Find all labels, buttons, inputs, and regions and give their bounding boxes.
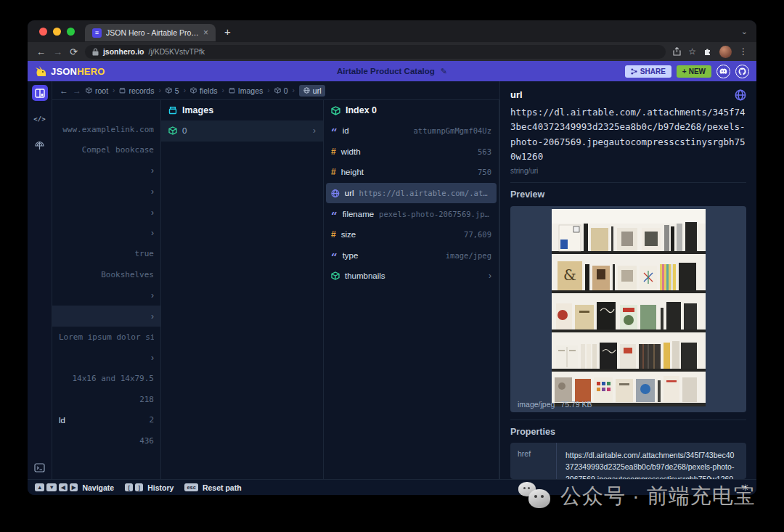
new-button[interactable]: + NEW: [677, 65, 711, 78]
table-row-images-selected[interactable]: ›: [52, 306, 160, 327]
esc-key-icon: esc: [184, 483, 198, 491]
chevron-right-icon: ›: [489, 271, 491, 281]
images-item-0[interactable]: 0 ›: [161, 120, 323, 142]
breadcrumb: ← → root › records › 5 ›: [52, 81, 499, 100]
bracket-right-key-icon: ]: [135, 483, 143, 491]
path-back-icon[interactable]: ←: [60, 86, 68, 96]
zoom-window-button[interactable]: [67, 28, 75, 36]
watermark: 公众号 · 前端充电宝: [518, 482, 756, 511]
preview-image[interactable]: &: [552, 209, 706, 406]
window-controls: [39, 28, 75, 36]
detail-type-label: string/uri: [510, 167, 746, 175]
table-row[interactable]: 436: [52, 430, 160, 451]
browser-menu-icon[interactable]: ⋮: [739, 46, 748, 57]
chevron-right-icon: ›: [151, 166, 154, 175]
breadcrumb-item-url[interactable]: url: [299, 85, 326, 97]
navigate-label: Navigate: [82, 483, 114, 492]
screenshot-stage: ≡ JSON Hero - Airtable Product C × + ⌄ ←…: [0, 0, 784, 532]
chevron-right-icon: ›: [151, 291, 154, 300]
table-row[interactable]: ›: [52, 285, 160, 306]
table-row[interactable]: ›: [52, 223, 160, 244]
bookmark-star-icon[interactable]: ☆: [688, 46, 696, 57]
tree-view-icon[interactable]: [32, 137, 48, 153]
browser-tab[interactable]: ≡ JSON Hero - Airtable Product C ×: [85, 24, 216, 41]
string-icon: “: [331, 255, 338, 260]
field-row-filename[interactable]: “ filename pexels-photo-2067569.jpeg?…: [324, 203, 499, 224]
table-row[interactable]: ›: [52, 348, 160, 369]
browser-window: ≡ JSON Hero - Airtable Product C × + ⌄ ←…: [28, 20, 756, 495]
number-icon: #: [331, 229, 336, 240]
field-row-thumbnails[interactable]: thumbnails ›: [324, 266, 499, 287]
preview-size: 75.79 KB: [560, 400, 592, 409]
object-cube-icon: [331, 271, 340, 280]
share-button[interactable]: SHARE: [625, 65, 671, 78]
field-row-url-selected[interactable]: url https://dl.airtable.com/.attach…: [326, 183, 497, 204]
breadcrumb-item-fields[interactable]: fields: [190, 86, 218, 95]
number-icon: #: [331, 167, 336, 177]
number-icon: #: [331, 147, 336, 157]
breadcrumb-item-5[interactable]: 5: [166, 86, 179, 95]
reset-path-label: Reset path: [203, 483, 242, 492]
profile-avatar[interactable]: [719, 46, 732, 58]
url-omnibox[interactable]: jsonhero.io/j/KD5KVstvTPfk: [85, 45, 666, 59]
string-icon: “: [331, 214, 338, 218]
discord-icon[interactable]: [716, 65, 730, 78]
share-page-icon[interactable]: [673, 47, 681, 56]
field-row-width[interactable]: # width 563: [324, 142, 499, 163]
jsonhero-header: Airtable Product Catalog ✎ JSONHERO SHAR…: [28, 61, 756, 81]
back-icon[interactable]: ←: [36, 46, 46, 57]
url-host: jsonhero.io: [103, 47, 144, 56]
breadcrumb-item-records[interactable]: records: [119, 86, 154, 95]
logo-json-text: JSON: [51, 66, 77, 77]
table-row[interactable]: Lorem ipsum dolor sit am…: [52, 327, 160, 348]
svg-text:&: &: [563, 266, 576, 284]
url-globe-icon: [735, 89, 746, 104]
tab-close-icon[interactable]: ×: [203, 28, 208, 38]
column-view-icon[interactable]: [32, 85, 48, 101]
minimize-window-button[interactable]: [53, 28, 61, 36]
table-row[interactable]: ›: [52, 202, 160, 223]
reload-icon[interactable]: ⟳: [70, 46, 78, 57]
column-view: www.examplelink.com Compel bookcase › › …: [52, 100, 499, 479]
document-title: Airtable Product Catalog: [337, 67, 435, 75]
extensions-puzzle-icon[interactable]: [703, 47, 712, 56]
jsonhero-logo[interactable]: JSONHERO: [35, 65, 105, 77]
table-row[interactable]: 14x16 and 14x79.5: [52, 368, 160, 389]
field-row-size[interactable]: # size 77,609: [324, 224, 499, 245]
images-column-header: Images: [161, 100, 323, 120]
edit-title-icon[interactable]: ✎: [441, 67, 447, 76]
table-row[interactable]: 218: [52, 389, 160, 410]
breadcrumb-item-images[interactable]: Images: [229, 86, 263, 95]
close-window-button[interactable]: [39, 28, 47, 36]
property-value-link[interactable]: https://dl.airtable.com/.attachments/345…: [557, 443, 746, 479]
field-row-type[interactable]: “ type image/jpeg: [324, 245, 499, 266]
chevron-right-icon: ›: [313, 126, 316, 136]
breadcrumb-item-root[interactable]: root: [86, 86, 108, 95]
arrow-up-key-icon: ▲: [35, 483, 44, 491]
path-forward-icon[interactable]: →: [73, 86, 81, 96]
terminal-icon[interactable]: [32, 459, 48, 475]
url-globe-icon: [331, 189, 340, 198]
table-row[interactable]: ›: [52, 160, 160, 181]
table-row[interactable]: Compel bookcase: [52, 140, 160, 161]
tab-title: JSON Hero - Airtable Product C: [106, 28, 199, 37]
string-icon: “: [331, 131, 338, 135]
forward-icon[interactable]: →: [53, 46, 62, 57]
table-row[interactable]: Bookshelves: [52, 264, 160, 285]
table-row[interactable]: www.examplelink.com: [52, 119, 160, 140]
bracket-left-key-icon: [: [125, 483, 133, 491]
table-row[interactable]: ›: [52, 181, 160, 202]
json-view-icon[interactable]: </>: [32, 111, 48, 127]
chevron-right-icon: ›: [151, 187, 154, 196]
new-button-label: NEW: [689, 67, 706, 75]
field-row-height[interactable]: # height 750: [324, 162, 499, 183]
detail-url-value: https://dl.airtable.com/.attachments/345…: [510, 105, 746, 164]
url-path: /j/KD5KVstvTPfk: [149, 47, 205, 56]
github-icon[interactable]: [735, 65, 749, 78]
new-tab-button[interactable]: +: [224, 25, 231, 38]
table-row[interactable]: true: [52, 244, 160, 265]
tab-search-icon[interactable]: ⌄: [741, 27, 748, 36]
breadcrumb-item-0[interactable]: 0: [274, 86, 288, 95]
field-row-id[interactable]: “ id attumnpGmMgmf04Uz: [324, 120, 499, 142]
table-row[interactable]: ld2: [52, 409, 160, 430]
